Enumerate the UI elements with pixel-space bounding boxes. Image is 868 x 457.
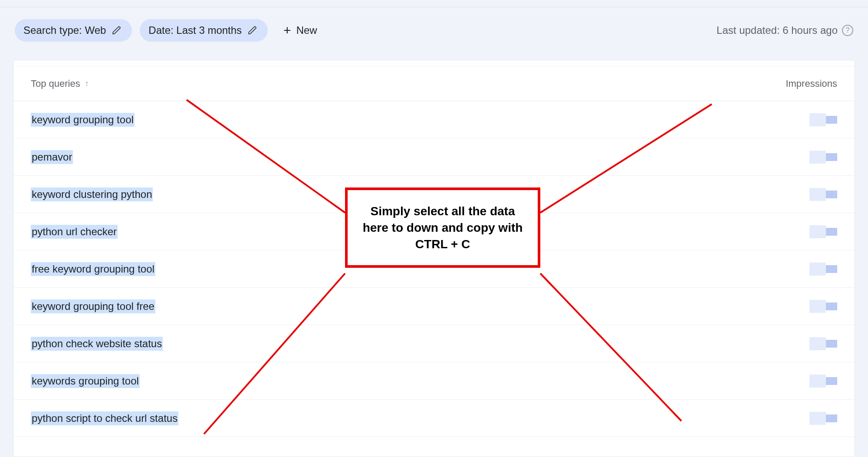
arrow-up-icon: ↑: [85, 79, 89, 89]
query-text[interactable]: free keyword grouping tool: [31, 262, 155, 276]
top-divider: [0, 7, 868, 7]
query-text[interactable]: pemavor: [31, 150, 73, 164]
last-updated: Last updated: 6 hours ago ?: [717, 24, 853, 36]
column-header-queries[interactable]: Top queries ↑: [31, 78, 89, 89]
new-filter-label: New: [296, 24, 317, 36]
query-text[interactable]: python url checker: [31, 225, 118, 239]
annotation-callout: Simply select all the data here to down …: [345, 187, 540, 268]
table-row: keywords grouping tool: [13, 362, 855, 400]
query-text[interactable]: python check website status: [31, 337, 163, 351]
date-chip[interactable]: Date: Last 3 months: [140, 19, 268, 42]
query-text[interactable]: keywords grouping tool: [31, 374, 140, 388]
pencil-icon: [248, 26, 257, 35]
table-row: pemavor: [13, 138, 855, 176]
impressions-blurred: [809, 263, 837, 276]
search-type-chip[interactable]: Search type: Web: [15, 19, 132, 42]
impressions-blurred: [809, 188, 837, 201]
pencil-icon: [112, 26, 122, 35]
query-text[interactable]: keyword grouping tool: [31, 113, 135, 127]
impressions-blurred: [809, 300, 837, 313]
date-chip-label: Date: Last 3 months: [148, 24, 242, 36]
plus-icon: +: [283, 24, 291, 37]
table-row: keyword grouping tool free: [13, 288, 855, 325]
new-filter-button[interactable]: + New: [283, 24, 317, 37]
filter-bar: Search type: Web Date: Last 3 months + N…: [0, 17, 868, 43]
query-text[interactable]: keyword grouping tool free: [31, 299, 155, 313]
search-type-chip-label: Search type: Web: [23, 24, 106, 36]
help-icon[interactable]: ?: [842, 25, 853, 36]
column-header-queries-label: Top queries: [31, 78, 80, 89]
impressions-blurred: [809, 151, 837, 164]
impressions-blurred: [809, 412, 837, 425]
column-header-impressions[interactable]: Impressions: [786, 78, 837, 89]
annotation-text: Simply select all the data here to down …: [363, 204, 523, 251]
table-header: Top queries ↑ Impressions: [13, 66, 855, 101]
query-text[interactable]: python script to check url status: [31, 411, 178, 425]
table-row: python script to check url status: [13, 400, 855, 437]
table-row: python check website status: [13, 325, 855, 362]
query-text[interactable]: keyword clustering python: [31, 187, 153, 201]
table-row: keyword grouping tool: [13, 101, 855, 138]
impressions-blurred: [809, 337, 837, 350]
table-body: keyword grouping toolpemavorkeyword clus…: [13, 101, 855, 457]
impressions-blurred: [809, 113, 837, 126]
impressions-blurred: [809, 225, 837, 238]
last-updated-text: Last updated: 6 hours ago: [717, 24, 838, 36]
impressions-blurred: [809, 375, 837, 388]
